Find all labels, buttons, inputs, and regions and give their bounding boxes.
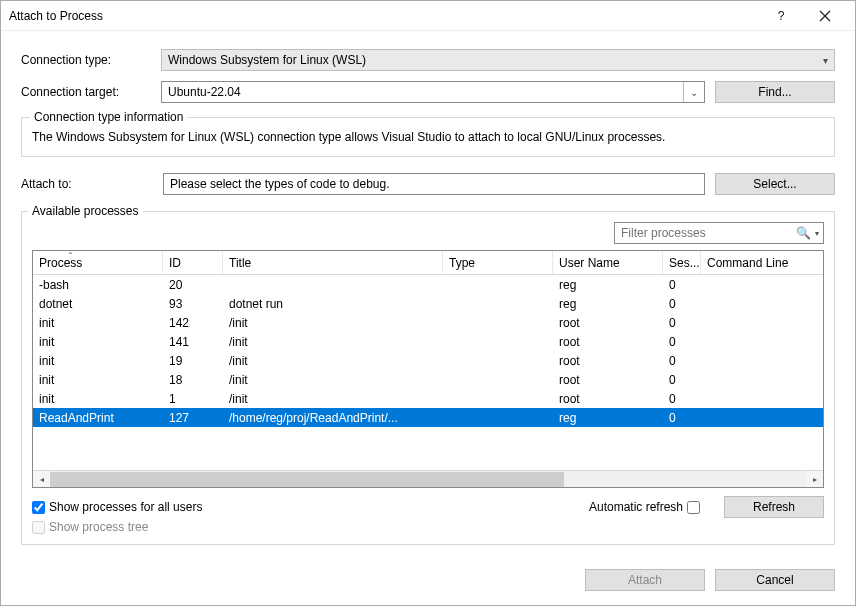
automatic-refresh-checkbox[interactable]: Automatic refresh: [589, 500, 704, 514]
scroll-left-icon[interactable]: ◂: [33, 471, 50, 488]
cancel-button[interactable]: Cancel: [715, 569, 835, 591]
chevron-down-icon: ▾: [815, 229, 819, 238]
attach-to-label: Attach to:: [21, 177, 161, 191]
available-legend: Available processes: [28, 204, 143, 218]
attach-button[interactable]: Attach: [585, 569, 705, 591]
dialog-title: Attach to Process: [9, 9, 759, 23]
table-row[interactable]: dotnet93dotnet runreg0: [33, 294, 823, 313]
refresh-button[interactable]: Refresh: [724, 496, 824, 518]
filter-input-wrap[interactable]: 🔍 ▾: [614, 222, 824, 244]
close-icon: [819, 10, 831, 22]
col-session[interactable]: Ses...: [663, 251, 701, 274]
connection-type-label: Connection type:: [21, 53, 161, 67]
find-button[interactable]: Find...: [715, 81, 835, 103]
col-command-line[interactable]: Command Line: [701, 251, 823, 274]
attach-to-value: Please select the types of code to debug…: [163, 173, 705, 195]
close-button[interactable]: [803, 1, 847, 31]
connection-target-label: Connection target:: [21, 85, 161, 99]
table-row[interactable]: init1/initroot0: [33, 389, 823, 408]
type-info-legend: Connection type information: [30, 110, 187, 124]
connection-type-value: Windows Subsystem for Linux (WSL): [168, 53, 366, 67]
show-all-users-checkbox[interactable]: Show processes for all users: [32, 500, 202, 514]
col-title[interactable]: Title: [223, 251, 443, 274]
process-table: Process⌃ ID Title Type User Name Ses... …: [32, 250, 824, 488]
col-process[interactable]: Process⌃: [33, 251, 163, 274]
table-row[interactable]: ReadAndPrint127/home/reg/proj/ReadAndPri…: [33, 408, 823, 427]
connection-target-value: Ubuntu-22.04: [168, 85, 241, 99]
scroll-right-icon[interactable]: ▸: [806, 471, 823, 488]
sort-asc-icon: ⌃: [67, 251, 74, 260]
chevron-down-icon: ⌄: [683, 82, 698, 102]
table-row[interactable]: init142/initroot0: [33, 313, 823, 332]
horizontal-scrollbar[interactable]: ◂ ▸: [33, 470, 823, 487]
show-process-tree-checkbox: Show process tree: [32, 520, 148, 534]
table-row[interactable]: init19/initroot0: [33, 351, 823, 370]
chevron-down-icon: ▾: [823, 55, 828, 66]
filter-input[interactable]: [621, 226, 796, 240]
table-row[interactable]: init18/initroot0: [33, 370, 823, 389]
col-type[interactable]: Type: [443, 251, 553, 274]
search-icon: 🔍: [796, 226, 811, 240]
help-button[interactable]: ?: [759, 1, 803, 31]
col-id[interactable]: ID: [163, 251, 223, 274]
connection-target-combo[interactable]: Ubuntu-22.04 ⌄: [161, 81, 705, 103]
table-row[interactable]: init141/initroot0: [33, 332, 823, 351]
col-user[interactable]: User Name: [553, 251, 663, 274]
table-row[interactable]: -bash20reg0: [33, 275, 823, 294]
type-info-text: The Windows Subsystem for Linux (WSL) co…: [32, 130, 824, 144]
select-button[interactable]: Select...: [715, 173, 835, 195]
connection-type-dropdown[interactable]: Windows Subsystem for Linux (WSL) ▾: [161, 49, 835, 71]
